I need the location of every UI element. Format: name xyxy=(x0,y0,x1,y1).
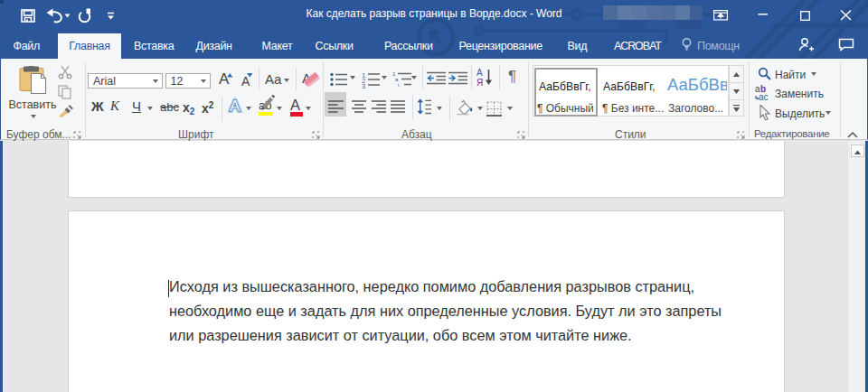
svg-text:ac: ac xyxy=(759,92,769,101)
svg-text:3: 3 xyxy=(362,82,365,89)
svg-text:А: А xyxy=(230,98,241,115)
svg-text:Я: Я xyxy=(476,78,483,87)
svg-text:i: i xyxy=(398,82,399,87)
svg-text:А: А xyxy=(476,68,483,78)
